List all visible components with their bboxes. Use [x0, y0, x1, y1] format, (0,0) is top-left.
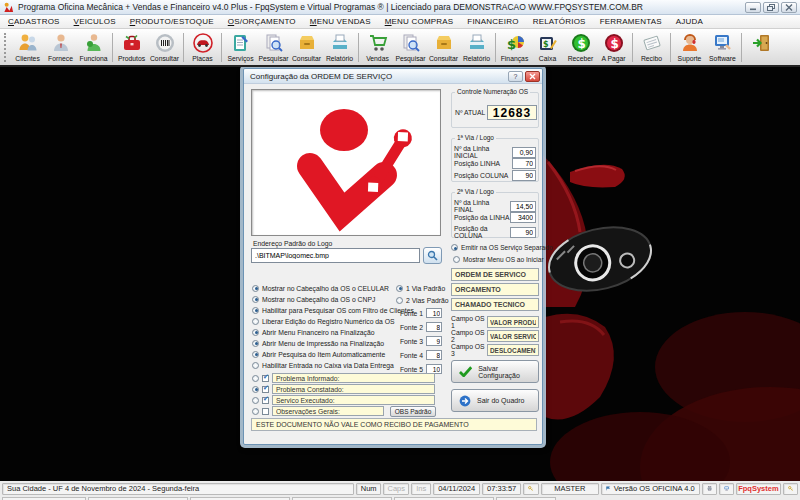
- toolbar-button-relatorio-vendas[interactable]: Relatório: [460, 30, 493, 65]
- logo-address-input[interactable]: [251, 248, 420, 263]
- toolbar-button-caixa[interactable]: $ Caixa: [531, 30, 564, 65]
- status-printer-panel[interactable]: [702, 483, 717, 495]
- toolbar-button-clientes[interactable]: Clientes: [11, 30, 44, 65]
- radio-icon[interactable]: [453, 256, 460, 263]
- campo-os2-input[interactable]: [487, 330, 539, 342]
- toolbar-button-a-pagar[interactable]: $ A Pagar: [597, 30, 630, 65]
- problema-constatado-input[interactable]: [272, 384, 435, 394]
- doc-type-chamado-tecnico[interactable]: [451, 298, 539, 311]
- toolbar-button-pesquisar-os[interactable]: Pesquisar: [257, 30, 290, 65]
- posicao-linha2-input[interactable]: [510, 212, 536, 223]
- menu-ajuda[interactable]: AJUDA: [676, 17, 703, 26]
- checkbox-icon[interactable]: [262, 375, 269, 382]
- toolbar-button-consultar-vendas[interactable]: Consultar: [427, 30, 460, 65]
- close-button[interactable]: [781, 2, 797, 13]
- posicao-coluna2-input[interactable]: [510, 227, 536, 238]
- toolbar-button-consultar-produtos[interactable]: Consultar: [148, 30, 181, 65]
- doc-type-orcamento[interactable]: [451, 283, 539, 296]
- toolbar-button-produtos[interactable]: Produtos: [115, 30, 148, 65]
- menu-financeiro[interactable]: FINANCEIRO: [467, 17, 518, 26]
- radio-icon[interactable]: [252, 397, 259, 404]
- radio-icon[interactable]: [252, 340, 259, 347]
- drawer-icon: [296, 32, 318, 54]
- radio-icon[interactable]: [252, 351, 259, 358]
- checkbox-icon[interactable]: [262, 386, 269, 393]
- fonte-4-input[interactable]: [426, 350, 442, 360]
- restore-button[interactable]: [763, 2, 779, 13]
- toolbar-button-software[interactable]: Software: [706, 30, 739, 65]
- toolbar-button-fornece[interactable]: Fornece: [44, 30, 77, 65]
- fonte-2-input[interactable]: [426, 322, 442, 332]
- radio-icon[interactable]: [252, 318, 259, 325]
- toolbar-button-consultar-os[interactable]: Consultar: [290, 30, 323, 65]
- status-key2-panel: [783, 483, 798, 495]
- menu-compras[interactable]: MENU COMPRAS: [385, 17, 454, 26]
- toolbar-button-suporte[interactable]: Suporte: [673, 30, 706, 65]
- servico-executado-input[interactable]: [272, 395, 435, 405]
- radio-icon[interactable]: [252, 285, 259, 292]
- option-menu-financeiro[interactable]: Abrir Menu Financeiro na Finalização: [252, 327, 375, 337]
- menu-relatorios[interactable]: RELATÓRIOS: [533, 17, 586, 26]
- option-entrada-caixa[interactable]: Habilitar Entrada no Caixa via Data Entr…: [252, 360, 394, 370]
- option-2-vias-padrao[interactable]: 2 Vias Padrão: [396, 295, 449, 305]
- option-menu-impressao[interactable]: Abrir Menu de Impressão na Finalização: [252, 338, 384, 348]
- toolbar-button-pesquisar-vendas[interactable]: Pesquisar: [394, 30, 427, 65]
- radio-icon[interactable]: [252, 386, 259, 393]
- dialog-help-button[interactable]: ?: [508, 71, 523, 82]
- obs-padrao-button[interactable]: OBS Padrão: [390, 406, 436, 417]
- fonte-1-input[interactable]: [426, 308, 442, 318]
- radio-icon[interactable]: [252, 307, 259, 314]
- browse-logo-button[interactable]: [423, 247, 442, 264]
- posicao-coluna1-input[interactable]: [512, 170, 536, 181]
- toolbar-button-relatorio-os[interactable]: Relatório: [323, 30, 356, 65]
- radio-icon[interactable]: [252, 296, 259, 303]
- radio-icon[interactable]: [252, 375, 259, 382]
- status-monitor-panel[interactable]: [719, 483, 734, 495]
- dialog-titlebar[interactable]: Configuração da ORDEM DE SERVIÇO ?: [244, 69, 542, 84]
- checkbox-icon[interactable]: [262, 408, 269, 415]
- toolbar-button-recibo[interactable]: Recibo: [635, 30, 668, 65]
- sair-do-quadro-button[interactable]: Sair do Quadro: [451, 389, 539, 412]
- menu-os-orcamento[interactable]: OS/ORÇAMENTO: [228, 17, 296, 26]
- toolbar-button-placas[interactable]: Placas: [186, 30, 219, 65]
- menu-produto-estoque[interactable]: PRODUTO/ESTOQUE: [130, 17, 214, 26]
- menu-veiculos[interactable]: VEICULOS: [74, 17, 116, 26]
- salvar-configuracao-button[interactable]: Salvar Configuração: [451, 360, 539, 383]
- campo-os1-input[interactable]: [487, 316, 539, 328]
- option-mostrar-menu-os[interactable]: Mostrar Menu OS ao Iniciar: [453, 256, 544, 263]
- toolbar-button-vendas[interactable]: Vendas: [361, 30, 394, 65]
- option-filtro-clientes[interactable]: Habilitar para Pesquisar OS com Filtro d…: [252, 305, 414, 315]
- option-celular[interactable]: Mostrar no Cabeçalho da OS o CELULAR: [252, 283, 389, 293]
- option-1-via-padrao[interactable]: 1 Via Padrão: [396, 283, 445, 293]
- toolbar-button-sair[interactable]: [744, 30, 777, 65]
- toolbar-button-receber[interactable]: $ Receber: [564, 30, 597, 65]
- toolbar-button-financas[interactable]: $ Finanças: [498, 30, 531, 65]
- toolbar-button-funciona[interactable]: Funciona: [77, 30, 110, 65]
- radio-icon[interactable]: [252, 408, 259, 415]
- menu-cadastros[interactable]: CADASTROS: [8, 17, 60, 26]
- linha-inicial-input[interactable]: [512, 147, 536, 158]
- numero-atual-input[interactable]: [487, 105, 537, 120]
- menu-vendas[interactable]: MENU VENDAS: [310, 17, 371, 26]
- option-liberar-edicao[interactable]: Liberar Edição do Registro Numérico da O…: [252, 316, 395, 326]
- radio-icon[interactable]: [396, 297, 403, 304]
- posicao-linha1-input[interactable]: [512, 158, 536, 169]
- menu-ferramentas[interactable]: FERRAMENTAS: [600, 17, 662, 26]
- option-pesquisa-item[interactable]: Abrir Pesquisa do Item Automaticamente: [252, 349, 385, 359]
- linha-final-input[interactable]: [510, 201, 536, 212]
- minimize-button[interactable]: [745, 2, 761, 13]
- campo-os3-input[interactable]: [487, 344, 539, 356]
- fonte-3-input[interactable]: [426, 336, 442, 346]
- radio-icon[interactable]: [396, 285, 403, 292]
- radio-icon[interactable]: [451, 244, 458, 251]
- option-cnpj[interactable]: Mostrar no Cabeçalho da OS o CNPJ: [252, 294, 375, 304]
- checkbox-icon[interactable]: [262, 397, 269, 404]
- option-emitir-os-separado[interactable]: Emitir na OS Serviço Separado: [451, 244, 553, 251]
- doc-type-ordem-servico[interactable]: [451, 268, 539, 281]
- dialog-close-button[interactable]: [525, 71, 540, 82]
- radio-icon[interactable]: [252, 362, 259, 369]
- toolbar-button-servicos[interactable]: Serviços: [224, 30, 257, 65]
- observacoes-gerais-input[interactable]: [272, 406, 384, 416]
- problema-informado-input[interactable]: [272, 373, 435, 383]
- radio-icon[interactable]: [252, 329, 259, 336]
